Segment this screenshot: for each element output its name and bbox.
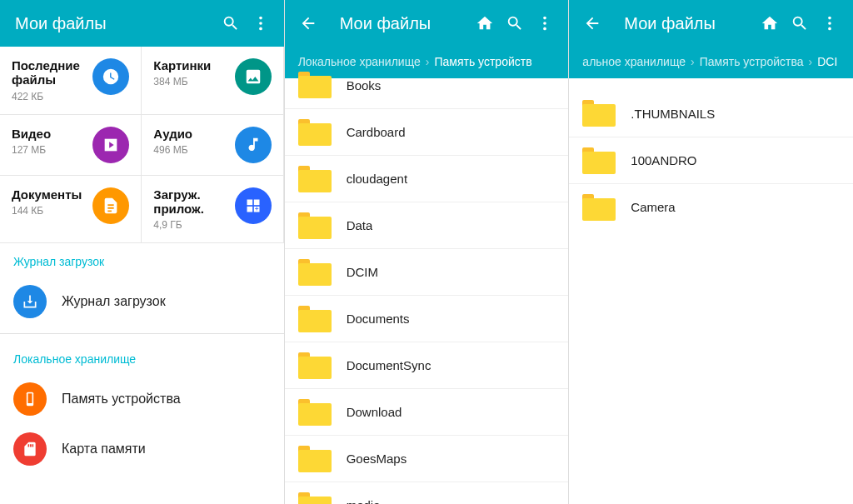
svg-point-14 [828, 27, 831, 31]
folder-name: DCIM [347, 265, 378, 279]
breadcrumb[interactable]: альное хранилище›Память устройства›DCI [569, 47, 853, 78]
list-item[interactable]: Журнал загрузок [0, 277, 284, 327]
folder-row[interactable]: Books [285, 62, 569, 108]
folder-name: Download [347, 405, 402, 419]
folder-name: Cardboard [347, 125, 406, 139]
category-size: 144 КБ [12, 205, 82, 217]
category-name: Картинки [153, 58, 211, 72]
app-title: Мои файлы [607, 14, 755, 33]
folder-name: Books [347, 78, 382, 92]
svg-point-9 [544, 17, 547, 20]
chevron-right-icon: › [686, 55, 700, 68]
category-size: 422 КБ [12, 91, 92, 102]
download-icon [13, 285, 47, 318]
category-size: 127 МБ [12, 144, 51, 156]
app-bar: Мои файлы [285, 0, 569, 47]
folder-row[interactable]: cloudagent [285, 155, 569, 202]
folder-name: 100ANDRO [631, 153, 696, 167]
folder-name: Documents [347, 312, 410, 326]
back-icon[interactable] [577, 8, 607, 38]
clock-icon [92, 58, 129, 95]
category-name: Аудио [153, 127, 192, 141]
svg-point-12 [828, 17, 831, 20]
sections: Журнал загрузокЖурнал загрузокЛокальное … [0, 243, 284, 474]
doc-icon [92, 187, 129, 224]
folder-icon [298, 352, 332, 379]
more-icon[interactable] [815, 8, 845, 38]
svg-point-2 [259, 27, 262, 31]
svg-point-13 [828, 22, 831, 25]
category-apps[interactable]: Загруж. прилож.4,9 ГБ [142, 176, 283, 244]
phone-icon [13, 382, 47, 416]
app-bar: Мои файлы [569, 0, 853, 47]
image-icon [235, 58, 272, 95]
section-title: Локальное хранилище [0, 341, 284, 374]
folder-list: .THUMBNAILS100ANDROCamera [569, 78, 853, 504]
folder-icon [582, 147, 616, 174]
svg-rect-3 [247, 199, 252, 205]
folder-icon [582, 100, 616, 127]
folder-icon [298, 259, 332, 286]
svg-point-0 [259, 17, 262, 20]
search-icon[interactable] [216, 8, 246, 38]
home-icon[interactable] [470, 8, 500, 38]
category-name: Загруж. прилож. [153, 187, 234, 217]
divider [0, 333, 284, 334]
folder-icon [298, 212, 332, 239]
folder-row[interactable]: Data [285, 202, 569, 248]
folder-icon [298, 166, 332, 192]
folder-icon [582, 194, 616, 221]
folder-name: media [347, 498, 381, 504]
svg-point-1 [259, 22, 262, 25]
more-icon[interactable] [530, 8, 560, 38]
folder-icon [298, 399, 332, 426]
breadcrumb-item[interactable]: Память устройства [700, 55, 804, 68]
category-size: 496 МБ [153, 144, 192, 156]
folder-row[interactable]: 100ANDRO [569, 137, 853, 183]
category-grid: Последние файлы422 КБКартинки384 МБВидео… [0, 47, 284, 243]
search-icon[interactable] [785, 8, 815, 38]
home-icon[interactable] [755, 8, 785, 38]
folder-row[interactable]: Documents [285, 295, 569, 342]
list-item-label: Журнал загрузок [62, 294, 166, 309]
list-item-label: Карта памяти [62, 442, 146, 457]
app-title: Мои файлы [323, 14, 471, 33]
list-item[interactable]: Память устройства [0, 374, 284, 424]
folder-row[interactable]: .THUMBNAILS [569, 90, 853, 137]
folder-row[interactable]: DCIM [285, 248, 569, 295]
category-name: Видео [12, 127, 51, 141]
folder-icon [298, 119, 332, 146]
audio-icon [235, 127, 272, 163]
category-name: Последние файлы [12, 58, 92, 87]
folder-row[interactable]: Cardboard [285, 108, 569, 155]
svg-rect-8 [28, 393, 32, 403]
svg-point-10 [544, 22, 547, 25]
breadcrumb-item[interactable]: альное хранилище [582, 55, 686, 68]
app-title: Мои файлы [8, 14, 216, 33]
screen-dcim: Мои файлы альное хранилище›Память устрой… [568, 0, 853, 504]
video-icon [92, 127, 129, 163]
folder-row[interactable]: DocumentSync [285, 342, 569, 388]
folder-icon [298, 72, 332, 98]
category-doc[interactable]: Документы144 КБ [0, 176, 142, 244]
folder-row[interactable]: Camera [569, 183, 853, 230]
list-item[interactable]: Карта памяти [0, 424, 284, 474]
svg-rect-4 [254, 199, 260, 205]
list-item-label: Память устройства [62, 392, 181, 407]
search-icon[interactable] [500, 8, 530, 38]
folder-row[interactable]: Download [285, 388, 569, 435]
folder-name: .THUMBNAILS [631, 107, 715, 121]
folder-name: Camera [631, 200, 675, 214]
category-clock[interactable]: Последние файлы422 КБ [0, 47, 142, 115]
category-video[interactable]: Видео127 МБ [0, 115, 142, 176]
svg-point-11 [544, 27, 547, 31]
apps-icon [235, 187, 272, 224]
more-icon[interactable] [246, 8, 276, 38]
back-icon[interactable] [293, 8, 323, 38]
category-audio[interactable]: Аудио496 МБ [142, 115, 283, 176]
category-image[interactable]: Картинки384 МБ [142, 47, 283, 115]
breadcrumb-item[interactable]: DCI [817, 55, 837, 68]
folder-row[interactable]: GoesMaps [285, 435, 569, 482]
folder-row[interactable]: media [285, 482, 569, 504]
screen-categories: Мои файлы Последние файлы422 КБКартинки3… [0, 0, 284, 504]
